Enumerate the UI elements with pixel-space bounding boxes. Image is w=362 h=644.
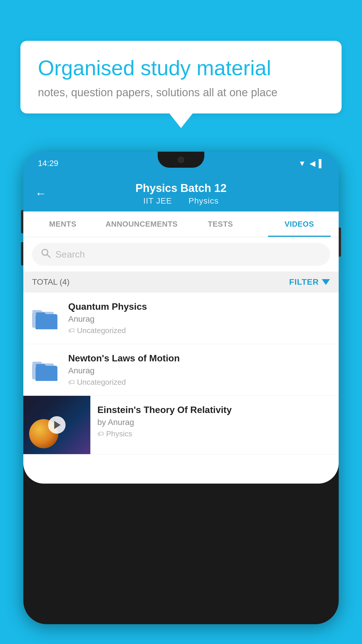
phone-inner: 14:29 ▼ ◀ ▌ ← Physics Batch 12 IIT JEE P… xyxy=(23,152,339,484)
video-thumbnail-3 xyxy=(23,396,90,454)
svg-line-1 xyxy=(47,255,50,258)
tag-icon: 🏷 xyxy=(97,430,104,438)
video-author-3: by Anurag xyxy=(97,418,332,427)
power-button[interactable] xyxy=(339,228,341,257)
video-list: Quantum Physics Anurag 🏷 Uncategorized xyxy=(23,293,339,454)
list-item[interactable]: Einstein's Theory Of Relativity by Anura… xyxy=(23,396,339,454)
svg-rect-5 xyxy=(36,366,57,381)
search-container: Search xyxy=(23,237,339,272)
tab-announcements[interactable]: ANNOUNCEMENTS xyxy=(102,211,181,237)
header-title: Physics Batch 12 xyxy=(35,182,327,195)
speech-bubble: Organised study material notes, question… xyxy=(20,41,342,113)
header-subtitle-left: IIT JEE xyxy=(143,196,172,205)
front-camera xyxy=(178,157,184,163)
speech-bubble-container: Organised study material notes, question… xyxy=(20,41,342,128)
phone-outer: 14:29 ▼ ◀ ▌ ← Physics Batch 12 IIT JEE P… xyxy=(23,152,339,624)
phone-container: 14:29 ▼ ◀ ▌ ← Physics Batch 12 IIT JEE P… xyxy=(23,152,339,644)
volume-up-button[interactable] xyxy=(21,210,23,233)
filter-icon xyxy=(322,279,330,285)
signal-icon: ◀ xyxy=(310,159,315,168)
total-label: TOTAL (4) xyxy=(32,277,70,287)
video-thumbnail-2 xyxy=(32,358,61,382)
tab-videos[interactable]: VIDEOS xyxy=(260,211,339,237)
search-bar[interactable]: Search xyxy=(32,243,330,266)
app-header: ← Physics Batch 12 IIT JEE Physics xyxy=(23,175,339,211)
status-icons: ▼ ◀ ▌ xyxy=(298,159,324,168)
tab-tests[interactable]: TESTS xyxy=(181,211,260,237)
video-tag-2: 🏷 Uncategorized xyxy=(68,378,330,387)
header-subtitle: IIT JEE Physics xyxy=(35,196,327,206)
speech-bubble-subtitle: notes, question papers, solutions all at… xyxy=(38,86,324,99)
play-button[interactable] xyxy=(48,416,66,434)
volume-down-button[interactable] xyxy=(21,242,23,265)
tab-ments[interactable]: MENTS xyxy=(23,211,102,237)
status-bar: 14:29 ▼ ◀ ▌ xyxy=(23,152,339,175)
search-input[interactable]: Search xyxy=(55,249,85,260)
status-time: 14:29 xyxy=(38,159,58,168)
video-tag-3: 🏷 Physics xyxy=(97,429,332,438)
play-icon xyxy=(54,421,61,429)
search-icon xyxy=(41,248,51,260)
filter-label: FILTER xyxy=(289,277,319,287)
video-title-2: Newton's Laws of Motion xyxy=(68,353,330,364)
video-title-1: Quantum Physics xyxy=(68,301,330,312)
video-item-info-3: Einstein's Theory Of Relativity by Anura… xyxy=(90,396,339,447)
phone-notch xyxy=(158,152,204,168)
back-button[interactable]: ← xyxy=(35,187,47,200)
svg-rect-3 xyxy=(36,314,57,329)
tag-icon: 🏷 xyxy=(68,327,75,335)
screen-bottom-fill xyxy=(23,454,339,484)
video-item-info-1: Quantum Physics Anurag 🏷 Uncategorized xyxy=(68,301,330,335)
battery-icon: ▌ xyxy=(319,159,324,168)
tag-icon: 🏷 xyxy=(68,379,75,386)
video-tag-1: 🏷 Uncategorized xyxy=(68,326,330,335)
video-author-1: Anurag xyxy=(68,314,330,324)
speech-bubble-arrow xyxy=(169,113,193,128)
video-thumbnail-1 xyxy=(32,306,61,330)
header-subtitle-right: Physics xyxy=(189,196,219,205)
video-title-3: Einstein's Theory Of Relativity xyxy=(97,405,332,415)
list-item[interactable]: Quantum Physics Anurag 🏷 Uncategorized xyxy=(23,293,339,344)
tabs-bar: MENTS ANNOUNCEMENTS TESTS VIDEOS xyxy=(23,211,339,237)
video-item-info-2: Newton's Laws of Motion Anurag 🏷 Uncateg… xyxy=(68,353,330,387)
filter-button[interactable]: FILTER xyxy=(289,277,330,287)
wifi-icon: ▼ xyxy=(298,159,306,168)
filter-bar: TOTAL (4) FILTER xyxy=(23,272,339,293)
speech-bubble-title: Organised study material xyxy=(38,55,324,80)
video-author-2: Anurag xyxy=(68,366,330,375)
list-item[interactable]: Newton's Laws of Motion Anurag 🏷 Uncateg… xyxy=(23,344,339,396)
